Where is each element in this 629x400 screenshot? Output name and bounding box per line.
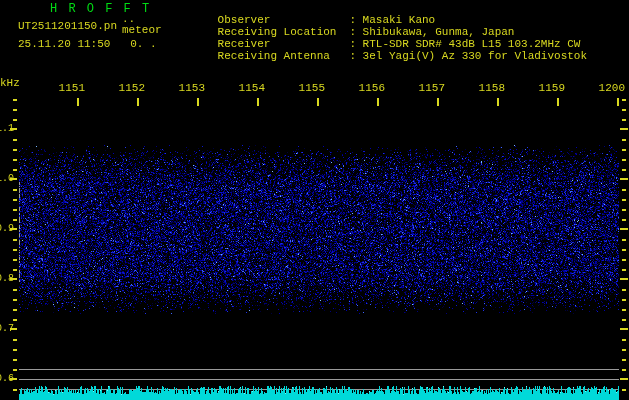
- y-axis-tick-minor: [13, 269, 17, 271]
- right-axis-tick-minor: [622, 309, 626, 311]
- right-axis-tick-major: [620, 328, 628, 330]
- x-axis-label: 1151: [55, 82, 85, 94]
- y-axis-tick-minor: [13, 369, 17, 371]
- y-axis-tick-minor: [13, 319, 17, 321]
- right-axis-tick-minor: [622, 289, 626, 291]
- x-axis-tick: [137, 98, 139, 106]
- y-axis-tick-minor: [13, 219, 17, 221]
- y-axis-tick-minor: [13, 239, 17, 241]
- right-axis-tick-minor: [622, 169, 626, 171]
- right-axis-tick-major: [620, 178, 628, 180]
- y-axis-label: 0.9: [0, 223, 14, 234]
- output-filename: UT2511201150.pn: [18, 20, 117, 32]
- right-axis-tick-minor: [622, 319, 626, 321]
- y-axis-label: 1.0: [0, 173, 14, 184]
- y-axis-unit-label: kHz: [0, 77, 20, 89]
- right-axis-tick-minor: [622, 139, 626, 141]
- y-axis-tick-minor: [13, 169, 17, 171]
- x-axis-tick: [317, 98, 319, 106]
- y-axis-tick-minor: [13, 139, 17, 141]
- info-separator: :: [350, 14, 363, 26]
- y-axis-label: 0.7: [0, 323, 14, 334]
- y-axis-tick-minor: [13, 289, 17, 291]
- x-axis-tick: [437, 98, 439, 106]
- info-row-observer: Observer:Masaki Kano: [178, 2, 587, 14]
- right-axis-tick-minor: [622, 109, 626, 111]
- datetime-status-line: 25.11.20 11:50 0. .: [18, 38, 157, 50]
- y-axis-label: 0.8: [0, 273, 14, 284]
- x-axis-label: 1158: [475, 82, 505, 94]
- x-axis-label: 1155: [295, 82, 325, 94]
- right-axis-tick-minor: [622, 349, 626, 351]
- right-axis-tick-minor: [622, 259, 626, 261]
- y-axis-tick-minor: [13, 199, 17, 201]
- x-axis-label: 1156: [355, 82, 385, 94]
- x-axis-tick: [197, 98, 199, 106]
- info-label: Receiving Location: [218, 26, 350, 38]
- right-axis-tick-minor: [622, 99, 626, 101]
- info-value: 3el Yagi(V) Az 330 for Vladivostok: [363, 50, 587, 62]
- x-axis-tick: [617, 98, 619, 106]
- right-axis-tick-minor: [622, 389, 626, 391]
- right-axis-tick-minor: [622, 219, 626, 221]
- x-axis-label: 1159: [535, 82, 565, 94]
- x-axis-tick: [557, 98, 559, 106]
- right-axis-tick-minor: [622, 159, 626, 161]
- y-axis-tick-minor: [13, 149, 17, 151]
- right-axis-tick-major: [620, 378, 628, 380]
- observation-mode-label: meteor: [122, 24, 162, 36]
- x-axis-label: 1157: [415, 82, 445, 94]
- right-axis-tick-minor: [622, 119, 626, 121]
- hrofft-screen: H R O F F T UT2511201150.pn .. meteor 25…: [0, 0, 629, 400]
- y-axis-label: 0.6: [0, 373, 14, 384]
- right-axis-tick-minor: [622, 249, 626, 251]
- right-axis-tick-minor: [622, 369, 626, 371]
- x-axis-tick: [257, 98, 259, 106]
- x-axis-tick: [497, 98, 499, 106]
- x-axis-tick: [77, 98, 79, 106]
- x-axis-label: 1200: [595, 82, 625, 94]
- x-axis-label: 1152: [115, 82, 145, 94]
- info-separator: :: [350, 26, 363, 38]
- y-axis-tick-minor: [13, 309, 17, 311]
- x-axis-label: 1153: [175, 82, 205, 94]
- y-axis-tick-minor: [13, 99, 17, 101]
- right-axis-tick-major: [620, 278, 628, 280]
- right-axis-tick-minor: [622, 189, 626, 191]
- info-separator: :: [350, 38, 363, 50]
- right-axis-tick-minor: [622, 199, 626, 201]
- y-axis-tick-minor: [13, 299, 17, 301]
- x-axis-label: 1154: [235, 82, 265, 94]
- info-value: RTL-SDR SDR# 43dB L15 103.2MHz CW: [363, 38, 581, 50]
- y-axis-label: 1.1: [0, 123, 14, 134]
- station-info-block: Observer:Masaki Kano Receiving Location:…: [178, 2, 587, 50]
- right-axis-tick-major: [620, 128, 628, 130]
- info-label: Observer: [218, 14, 350, 26]
- info-value: Shibukawa, Gunma, Japan: [363, 26, 515, 38]
- right-axis-tick-minor: [622, 269, 626, 271]
- right-axis-tick-minor: [622, 209, 626, 211]
- right-axis-tick-minor: [622, 359, 626, 361]
- right-axis-tick-minor: [622, 339, 626, 341]
- right-axis-tick-minor: [622, 239, 626, 241]
- info-separator: :: [350, 50, 363, 62]
- y-axis-tick-minor: [13, 339, 17, 341]
- x-axis-tick: [377, 98, 379, 106]
- info-label: Receiver: [218, 38, 350, 50]
- info-label: Receiving Antenna: [218, 50, 350, 62]
- info-value: Masaki Kano: [363, 14, 436, 26]
- y-axis-tick-minor: [13, 389, 17, 391]
- y-axis-tick-minor: [13, 359, 17, 361]
- y-axis-tick-minor: [13, 209, 17, 211]
- right-axis-tick-major: [620, 228, 628, 230]
- app-title: H R O F F T: [50, 2, 151, 16]
- y-axis-tick-minor: [13, 109, 17, 111]
- y-axis-tick-minor: [13, 189, 17, 191]
- y-axis-tick-minor: [13, 349, 17, 351]
- right-axis-tick-minor: [622, 299, 626, 301]
- y-axis-tick-minor: [13, 119, 17, 121]
- y-axis-tick-minor: [13, 159, 17, 161]
- right-axis-tick-minor: [622, 149, 626, 151]
- y-axis-tick-minor: [13, 259, 17, 261]
- y-axis-tick-minor: [13, 249, 17, 251]
